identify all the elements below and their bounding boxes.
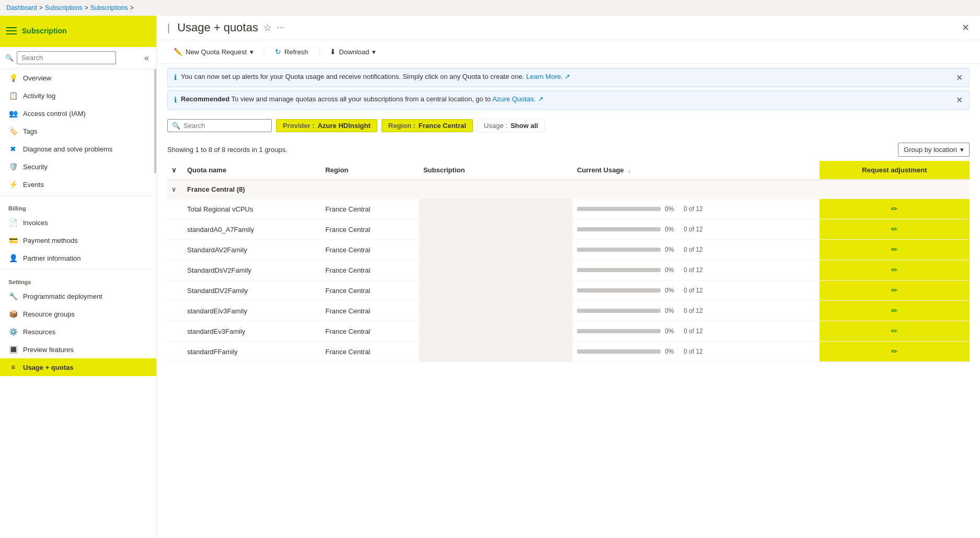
subscription-cell	[419, 342, 573, 362]
breadcrumb-sep-1: >	[39, 4, 43, 11]
toolbar-separator-2	[319, 46, 319, 57]
sidebar-item-invoices[interactable]: 📄 Invoices	[0, 214, 156, 231]
region-filter-chip[interactable]: Region : France Central	[382, 119, 473, 132]
provider-filter-chip[interactable]: Provider : Azure HDInsight	[276, 119, 377, 132]
hamburger-icon[interactable]	[6, 27, 17, 34]
region-cell: France Central	[321, 301, 419, 321]
sidebar-item-programmatic[interactable]: 🔧 Programmatic deployment	[0, 287, 156, 305]
usage-bar-track	[577, 227, 661, 231]
recommended-banner-text: Recommended To view and manage quotas ac…	[181, 95, 952, 103]
group-by-chevron-icon: ▾	[960, 146, 964, 154]
collapse-sidebar-button[interactable]: «	[142, 52, 151, 64]
download-button[interactable]: ⬇ Download ▾	[324, 44, 383, 59]
usage-bar-track	[577, 309, 661, 313]
filter-search-input[interactable]	[183, 122, 257, 130]
sidebar-item-events[interactable]: ⚡ Events	[0, 176, 156, 193]
quota-name-cell: Total Regional vCPUs	[183, 199, 321, 219]
region-chip-label: Region :	[388, 122, 416, 130]
quota-name-cell: StandardDsV2Family	[183, 260, 321, 280]
breadcrumb-dashboard[interactable]: Dashboard	[6, 4, 37, 11]
page-title: Usage + quotas	[177, 21, 258, 34]
group-by-dropdown[interactable]: Group by location ▾	[898, 143, 970, 157]
table-row: StandardDV2Family France Central 0% 0 of…	[167, 280, 970, 301]
close-page-button[interactable]: ✕	[962, 22, 970, 33]
request-adjustment-cell: ✏	[820, 321, 970, 342]
request-adjustment-button[interactable]: ✏	[888, 244, 901, 255]
usage-chip-label: Usage :	[484, 122, 508, 130]
alert-banner-text: You can now set up alerts for your Quota…	[181, 73, 952, 80]
request-adjustment-button[interactable]: ✏	[888, 346, 901, 357]
sidebar-item-label-overview: Overview	[23, 74, 51, 82]
sidebar-item-access-control[interactable]: 👥 Access control (IAM)	[0, 104, 156, 122]
overview-icon: 💡	[8, 73, 18, 83]
usage-cell: 0% 0 of 12	[573, 219, 820, 240]
sidebar-item-label-usage-quotas: Usage + quotas	[23, 364, 73, 371]
sidebar-item-partner[interactable]: 👤 Partner information	[0, 249, 156, 267]
group-expand-icon[interactable]: ∨	[171, 186, 176, 193]
sidebar-item-label-partner: Partner information	[23, 254, 81, 262]
sidebar-item-label-programmatic: Programmatic deployment	[23, 293, 102, 300]
sidebar-item-preview-features[interactable]: 🔳 Preview features	[0, 341, 156, 358]
alert-quota-banner: ℹ You can now set up alerts for your Quo…	[167, 68, 970, 87]
learn-more-link[interactable]: Learn More. ↗	[526, 73, 571, 80]
new-quota-request-button[interactable]: ✏️ New Quota Request ▾	[167, 44, 260, 59]
request-adjustment-button[interactable]: ✏	[888, 224, 901, 235]
sidebar-item-label-events: Events	[23, 181, 44, 189]
sidebar-item-activity-log[interactable]: 📋 Activity log	[0, 87, 156, 104]
provider-chip-value: Azure HDInsight	[318, 122, 371, 130]
th-region[interactable]: Region	[321, 161, 419, 180]
download-label: Download	[339, 48, 370, 56]
sidebar-item-payment-methods[interactable]: 💳 Payment methods	[0, 231, 156, 249]
table-body: ∨ France Central (8) Total Regional vCPU…	[167, 180, 970, 362]
sidebar-item-resources[interactable]: ⚙️ Resources	[0, 323, 156, 341]
breadcrumb-subscriptions-2[interactable]: Subscriptions	[90, 4, 128, 11]
sidebar-item-label-activity-log: Activity log	[23, 92, 55, 100]
request-adjustment-cell: ✏	[820, 260, 970, 280]
sidebar-nav: 💡 Overview 📋 Activity log 👥 Access contr…	[0, 69, 156, 538]
usage-count: 0 of 12	[684, 287, 703, 294]
table-group-row[interactable]: ∨ France Central (8)	[167, 180, 970, 199]
sidebar-item-resource-groups[interactable]: 📦 Resource groups	[0, 305, 156, 323]
close-recommended-banner-button[interactable]: ✕	[956, 95, 963, 105]
diagnose-icon: ✖	[8, 144, 18, 154]
scrollbar[interactable]	[154, 69, 156, 173]
sidebar: Subscription 🔍 « 💡 Overview 📋 Activity l…	[0, 16, 157, 538]
sidebar-item-label-security: Security	[23, 163, 48, 171]
usage-pct: 0%	[665, 266, 679, 274]
quota-name-cell: standardFFamily	[183, 342, 321, 362]
breadcrumb: Dashboard > Subscriptions > Subscription…	[0, 0, 980, 16]
th-subscription[interactable]: Subscription	[419, 161, 573, 180]
usage-pct: 0%	[665, 205, 679, 213]
row-expand-cell	[167, 280, 183, 301]
sidebar-item-diagnose[interactable]: ✖ Diagnose and solve problems	[0, 140, 156, 158]
sidebar-item-tags[interactable]: 🏷️ Tags	[0, 122, 156, 140]
search-input[interactable]	[17, 51, 116, 64]
usage-filter-chip[interactable]: Usage : Show all	[477, 119, 545, 132]
th-quota-name[interactable]: Quota name	[183, 161, 321, 180]
request-adjustment-button[interactable]: ✏	[888, 285, 901, 296]
row-expand-cell	[167, 342, 183, 362]
favorite-button[interactable]: ☆	[263, 22, 272, 33]
usage-quotas-icon: ≡	[8, 362, 18, 372]
sidebar-item-security[interactable]: 🛡️ Security	[0, 158, 156, 176]
refresh-button[interactable]: ↻ Refresh	[269, 44, 315, 59]
request-adjustment-button[interactable]: ✏	[888, 203, 901, 215]
group-expand-cell[interactable]: ∨	[167, 180, 183, 199]
th-request-adjustment: Request adjustment	[820, 161, 970, 180]
more-options-button[interactable]: ···	[277, 23, 284, 32]
breadcrumb-subscriptions-1[interactable]: Subscriptions	[45, 4, 83, 11]
expand-all-icon[interactable]: ∨	[171, 166, 177, 174]
usage-bar-track	[577, 329, 661, 333]
request-adjustment-button[interactable]: ✏	[888, 305, 901, 317]
payment-icon: 💳	[8, 236, 18, 245]
th-current-usage[interactable]: Current Usage ↓	[573, 161, 820, 180]
azure-quotas-link[interactable]: Azure Quotas. ↗	[492, 95, 544, 103]
request-adjustment-button[interactable]: ✏	[888, 325, 901, 337]
close-alert-banner-button[interactable]: ✕	[956, 73, 963, 83]
sidebar-item-usage-quotas[interactable]: ≡ Usage + quotas	[0, 358, 156, 376]
subscription-cell	[419, 240, 573, 260]
sidebar-item-overview[interactable]: 💡 Overview	[0, 69, 156, 87]
request-adjustment-button[interactable]: ✏	[888, 264, 901, 276]
usage-bar-track	[577, 207, 661, 211]
usage-pct: 0%	[665, 287, 679, 294]
